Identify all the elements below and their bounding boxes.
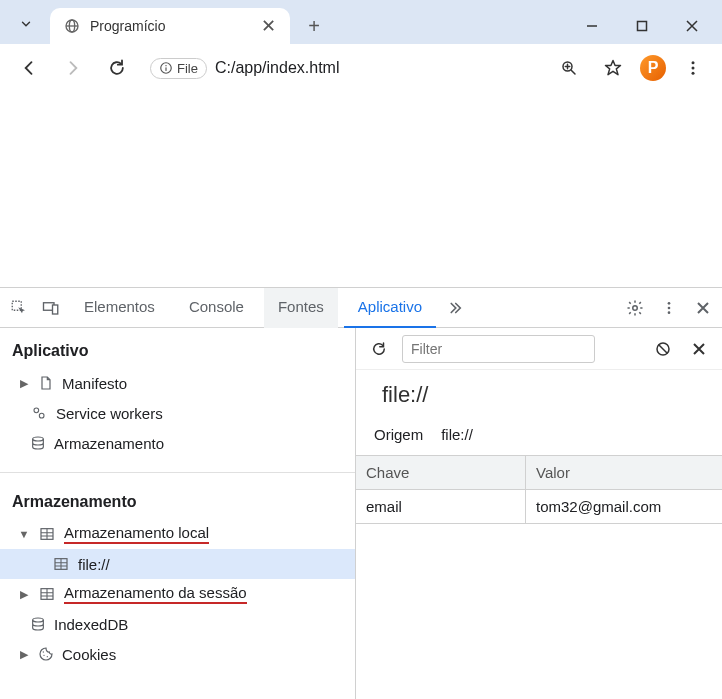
sidebar-item-label: IndexedDB <box>54 616 128 633</box>
svg-point-18 <box>34 408 39 413</box>
sidebar-item-session-storage[interactable]: ▶ Armazenamento da sessão <box>0 579 355 609</box>
cell-key[interactable]: email <box>356 490 526 523</box>
close-devtools-button[interactable] <box>690 295 716 321</box>
more-tabs-button[interactable] <box>442 295 468 321</box>
window-titlebar: Programício ✕ + <box>0 0 722 44</box>
svg-rect-3 <box>638 22 647 31</box>
protocol-pill[interactable]: File <box>150 58 207 79</box>
page-content <box>0 92 722 287</box>
refresh-button[interactable] <box>366 336 392 362</box>
table-icon <box>38 586 56 602</box>
svg-point-5 <box>165 65 166 66</box>
maximize-button[interactable] <box>632 16 652 36</box>
close-window-button[interactable] <box>682 16 702 36</box>
storage-toolbar <box>356 328 722 370</box>
section-storage: Armazenamento <box>0 479 355 519</box>
sidebar-item-service-workers[interactable]: Service workers <box>0 398 355 428</box>
devtools-tabbar: Elementos Console Fontes Aplicativo <box>0 288 722 328</box>
svg-point-17 <box>668 311 671 314</box>
devtools-menu-button[interactable] <box>656 295 682 321</box>
svg-point-19 <box>39 413 44 418</box>
sidebar-item-cookies[interactable]: ▶ Cookies <box>0 639 355 669</box>
table-icon <box>38 526 56 542</box>
database-icon <box>30 435 46 451</box>
browser-menu-button[interactable] <box>676 51 710 85</box>
sidebar-item-label: Armazenamento da sessão <box>64 584 247 604</box>
sidebar-item-label: Manifesto <box>62 375 127 392</box>
svg-point-25 <box>43 655 44 656</box>
settings-icon[interactable] <box>622 295 648 321</box>
svg-point-26 <box>47 656 48 657</box>
table-icon <box>52 556 70 572</box>
reload-button[interactable] <box>100 51 134 85</box>
column-header-value[interactable]: Valor <box>526 456 722 489</box>
sidebar-item-label: Armazenamento local <box>64 524 209 544</box>
storage-table: Chave Valor email tom32@gmail.com <box>356 455 722 524</box>
sidebar-item-label: Armazenamento <box>54 435 164 452</box>
tab-sources[interactable]: Fontes <box>264 288 338 328</box>
sidebar-item-label: Cookies <box>62 646 116 663</box>
browser-toolbar: File C:/app/index.html P <box>0 44 722 92</box>
devtools-body: Aplicativo ▶ Manifesto Service workers A… <box>0 328 722 699</box>
section-application: Aplicativo <box>0 328 355 368</box>
svg-point-20 <box>33 437 44 441</box>
cookie-icon <box>38 646 54 662</box>
sidebar-item-indexeddb[interactable]: IndexedDB <box>0 609 355 639</box>
extension-icon[interactable]: P <box>640 55 666 81</box>
forward-button[interactable] <box>56 51 90 85</box>
device-toolbar-icon[interactable] <box>38 295 64 321</box>
svg-point-9 <box>692 67 695 70</box>
globe-icon <box>64 18 80 34</box>
sidebar-item-storage[interactable]: Armazenamento <box>0 428 355 458</box>
table-header-row: Chave Valor <box>356 456 722 490</box>
url-text: C:/app/index.html <box>215 59 340 77</box>
svg-point-15 <box>668 302 671 305</box>
database-icon <box>30 616 46 632</box>
table-row[interactable]: email tom32@gmail.com <box>356 490 722 523</box>
svg-rect-13 <box>53 305 58 314</box>
window-controls <box>582 16 710 36</box>
back-button[interactable] <box>12 51 46 85</box>
info-icon <box>159 61 173 75</box>
column-header-key[interactable]: Chave <box>356 456 526 489</box>
tab-console[interactable]: Console <box>175 288 258 328</box>
origin-value: file:// <box>441 426 473 443</box>
svg-point-24 <box>33 618 44 622</box>
tab-elements[interactable]: Elementos <box>70 288 169 328</box>
zoom-button[interactable] <box>552 51 586 85</box>
tab-search-button[interactable] <box>8 6 44 42</box>
browser-tab[interactable]: Programício ✕ <box>50 8 290 44</box>
chevron-down-icon <box>19 17 33 31</box>
devtools-panel: Elementos Console Fontes Aplicativo Apli… <box>0 287 722 699</box>
protocol-label: File <box>177 61 198 76</box>
sidebar-item-local-storage[interactable]: ▼ Armazenamento local <box>0 519 355 549</box>
origin-block: file:// Origem file:// <box>356 370 722 455</box>
filter-input[interactable] <box>402 335 595 363</box>
sidebar-item-manifest[interactable]: ▶ Manifesto <box>0 368 355 398</box>
inspect-icon[interactable] <box>6 295 32 321</box>
application-main: file:// Origem file:// Chave Valor email… <box>356 328 722 699</box>
sidebar-item-label: file:// <box>78 556 110 573</box>
origin-title: file:// <box>382 382 704 408</box>
file-icon <box>38 374 54 392</box>
bookmark-button[interactable] <box>596 51 630 85</box>
svg-point-27 <box>43 651 44 652</box>
new-tab-button[interactable]: + <box>298 10 330 42</box>
svg-point-16 <box>668 306 671 309</box>
svg-rect-6 <box>165 67 166 71</box>
svg-point-10 <box>692 72 695 75</box>
svg-point-8 <box>692 61 695 64</box>
tab-title: Programício <box>90 18 247 34</box>
sidebar-item-label: Service workers <box>56 405 163 422</box>
tab-application[interactable]: Aplicativo <box>344 288 436 328</box>
sidebar-item-local-storage-origin[interactable]: file:// <box>0 549 355 579</box>
address-bar[interactable]: File C:/app/index.html <box>150 51 536 85</box>
tab-close-button[interactable]: ✕ <box>257 15 280 37</box>
svg-point-14 <box>633 305 638 310</box>
gears-icon <box>30 405 48 421</box>
clear-all-button[interactable] <box>650 336 676 362</box>
application-sidebar: Aplicativo ▶ Manifesto Service workers A… <box>0 328 356 699</box>
delete-selected-button[interactable] <box>686 336 712 362</box>
cell-value[interactable]: tom32@gmail.com <box>526 490 722 523</box>
minimize-button[interactable] <box>582 16 602 36</box>
